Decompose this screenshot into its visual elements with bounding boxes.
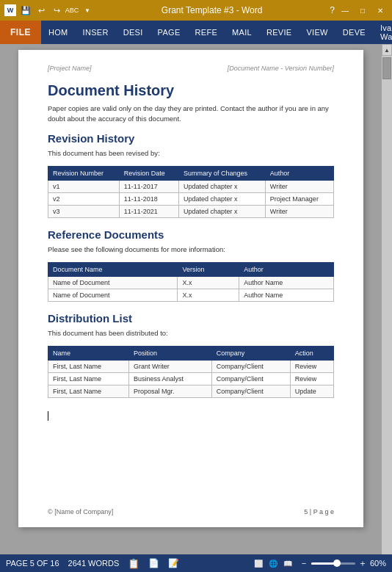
tab-developer[interactable]: DEVE [335, 21, 373, 44]
col-dist-name: Name [48, 347, 129, 361]
zoom-plus-icon[interactable]: ＋ [358, 557, 367, 570]
status-left: PAGE 5 OF 16 2641 WORDS 📋 📄 📝 [6, 558, 179, 569]
view-icons: ⬜ 🌐 📖 [253, 558, 294, 568]
text-cursor [48, 408, 334, 422]
table-row: First, Last NameProposal Mgr.Company/Cli… [48, 385, 334, 398]
col-revision-date: Revision Date [119, 166, 178, 180]
table-row: First, Last NameGrant WriterCompany/Clie… [48, 361, 334, 373]
page-copyright: © [Name of Company] [48, 508, 113, 515]
slider-thumb[interactable] [333, 560, 341, 567]
web-layout-icon[interactable]: 🌐 [267, 558, 279, 568]
doc-version-placeholder: [Document Name - Version Number] [228, 65, 334, 72]
reference-table: Document Name Version Author Name of Doc… [48, 262, 334, 302]
tab-review[interactable]: REVIE [259, 21, 300, 44]
table-row: v211-11-2018Updated chapter xProject Man… [48, 192, 334, 205]
revision-intro: This document has been revised by: [48, 148, 334, 159]
status-bar: PAGE 5 OF 16 2641 WORDS 📋 📄 📝 ⬜ 🌐 📖 － ＋ … [0, 554, 392, 572]
word-app-icon: W [4, 4, 16, 16]
save-icon[interactable]: 💾 [19, 4, 32, 17]
page-number: 5 | P a g e [304, 508, 334, 515]
file-tab[interactable]: FILE [0, 21, 41, 44]
table-row: v311-11-2021Updated chapter xWriter [48, 205, 334, 217]
scroll-up-arrow[interactable]: ▲ [382, 44, 392, 56]
vertical-scrollbar[interactable]: ▲ [382, 44, 392, 554]
col-author: Author [265, 166, 333, 180]
abc-check-icon[interactable]: ABC [65, 4, 79, 17]
col-action: Action [290, 347, 333, 361]
print-layout-icon[interactable]: ⬜ [253, 558, 264, 568]
tab-design[interactable]: DESI [116, 21, 150, 44]
col-position: Position [128, 347, 211, 361]
zoom-level: 60% [370, 559, 386, 568]
document-canvas[interactable]: [Project Name] [Document Name - Version … [0, 44, 382, 554]
redo-icon[interactable]: ↪ [50, 4, 63, 17]
document-page: [Project Name] [Document Name - Version … [18, 50, 363, 527]
distribution-table: Name Position Company Action First, Last… [48, 346, 334, 398]
dropdown-arrow-icon[interactable]: ▼ [81, 4, 94, 17]
track-changes-icon[interactable]: 📝 [168, 558, 179, 568]
user-name[interactable]: Ivan Walsh ▾ K [373, 21, 392, 44]
tab-page[interactable]: PAGE [150, 21, 188, 44]
zoom-minus-icon[interactable]: － [300, 557, 308, 570]
document-icon[interactable]: 📄 [148, 558, 159, 568]
table-row: v111-11-2017Updated chapter xWriter [48, 180, 334, 192]
tab-mail[interactable]: MAIL [225, 21, 259, 44]
word-count: 2641 WORDS [68, 559, 120, 568]
page-header: [Project Name] [Document Name - Version … [48, 65, 334, 72]
reference-section-title: Reference Documents [48, 228, 334, 241]
title-bar: W 💾 ↩ ↪ ABC ▼ Grant Template #3 - Word ?… [0, 0, 392, 21]
quick-access-toolbar: 💾 ↩ ↪ ABC ▼ [19, 4, 94, 17]
col-version: Version [178, 263, 239, 277]
col-ref-author: Author [239, 263, 334, 277]
table-row: Name of DocumentX.xAuthor Name [48, 277, 334, 289]
read-mode-icon[interactable]: 📖 [282, 558, 294, 568]
intro-paragraph: Paper copies are valid only on the day t… [48, 104, 334, 125]
maximize-button[interactable]: □ [355, 4, 370, 16]
undo-icon[interactable]: ↩ [35, 4, 48, 17]
revision-section-title: Revision History [48, 132, 334, 145]
close-button[interactable]: ✕ [373, 4, 388, 16]
distribution-section-title: Distribution List [48, 312, 334, 325]
reference-intro: Please see the following documents for m… [48, 245, 334, 255]
ribbon-tabs: FILE HOM INSER DESI PAGE REFE MAIL REVIE… [0, 21, 392, 44]
minimize-button[interactable]: — [338, 4, 352, 16]
help-icon[interactable]: ? [330, 5, 335, 15]
tab-home[interactable]: HOM [41, 21, 76, 44]
main-area: [Project Name] [Document Name - Version … [0, 44, 392, 554]
table-row: First, Last NameBusiness AnalystCompany/… [48, 373, 334, 385]
col-company: Company [211, 347, 290, 361]
page-footer: © [Name of Company] 5 | P a g e [48, 508, 334, 515]
status-right: ⬜ 🌐 📖 － ＋ 60% [253, 557, 386, 570]
tab-insert[interactable]: INSER [76, 21, 116, 44]
table-row: Name of DocumentX.xAuthor Name [48, 289, 334, 302]
main-document-title: Document History [48, 82, 334, 99]
window-title: Grant Template #3 - Word [94, 5, 330, 15]
title-bar-right: ? — □ ✕ [330, 4, 388, 16]
title-bar-left: W 💾 ↩ ↪ ABC ▼ [4, 4, 94, 17]
project-name-placeholder: [Project Name] [48, 65, 92, 72]
tab-view[interactable]: VIEW [299, 21, 335, 44]
proofing-icon[interactable]: 📋 [128, 558, 139, 569]
page-indicator: PAGE 5 OF 16 [6, 559, 59, 568]
revision-table: Revision Number Revision Date Summary of… [48, 166, 334, 218]
col-doc-name: Document Name [48, 263, 178, 277]
col-summary: Summary of Changes [178, 166, 265, 180]
zoom-slider[interactable]: － ＋ 60% [300, 557, 386, 570]
slider-track[interactable] [311, 562, 355, 565]
col-revision-number: Revision Number [48, 166, 120, 180]
scroll-thumb[interactable] [382, 57, 391, 79]
distribution-intro: This document has been distributed to: [48, 328, 334, 339]
tab-references[interactable]: REFE [188, 21, 225, 44]
